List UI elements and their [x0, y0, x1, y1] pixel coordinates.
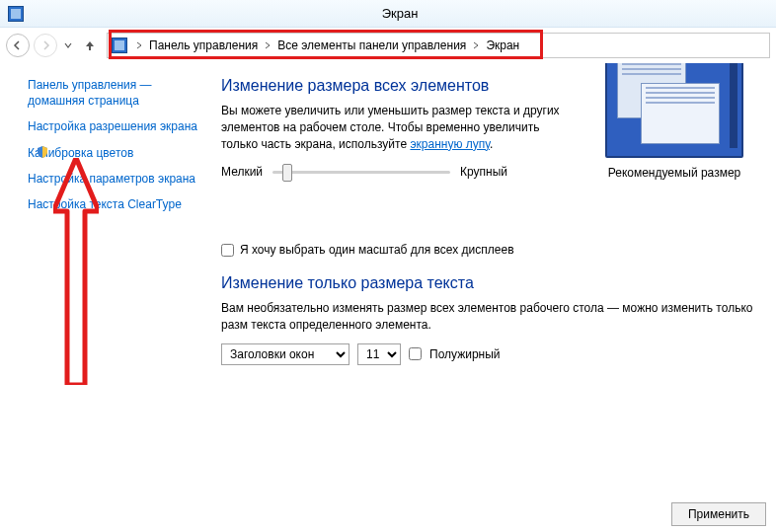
display-icon [8, 6, 24, 22]
chevron-down-icon [64, 41, 72, 49]
preview-image [605, 63, 743, 158]
breadcrumb-segment-all-items[interactable]: Все элементы панели управления [273, 34, 470, 57]
chevron-right-icon[interactable] [133, 41, 145, 49]
preview-caption: Рекомендуемый размер [590, 166, 758, 180]
size-slider-row: Мелкий Крупный [221, 162, 575, 182]
shield-icon [36, 145, 49, 159]
up-arrow-icon [83, 38, 97, 52]
preview-block: Рекомендуемый размер [590, 63, 758, 180]
sidebar-home-link[interactable]: Панель управления — домашняя страница [28, 77, 197, 109]
apply-button[interactable]: Применить [671, 502, 766, 526]
display-icon [112, 38, 127, 53]
breadcrumb[interactable]: Панель управления Все элементы панели уп… [107, 33, 770, 58]
element-select[interactable]: Заголовки окон [221, 343, 349, 365]
window-title: Экран [32, 6, 768, 21]
desc-text-size: Вам необязательно изменять размер всех э… [221, 300, 768, 334]
heading-text-size: Изменение только размера текста [221, 274, 768, 292]
forward-arrow-icon [40, 40, 50, 50]
content: Рекомендуемый размер Изменение размера в… [207, 63, 776, 532]
breadcrumb-segment-control-panel[interactable]: Панель управления [145, 34, 262, 57]
single-scale-label[interactable]: Я хочу выбрать один масштаб для всех дис… [240, 243, 514, 257]
sidebar: Панель управления — домашняя страница На… [0, 63, 207, 532]
single-scale-checkbox[interactable] [221, 244, 234, 257]
slider-min-label: Мелкий [221, 165, 263, 179]
single-scale-checkbox-row: Я хочу выбрать один масштаб для всех дис… [221, 243, 768, 257]
titlebar: Экран [0, 0, 776, 28]
sidebar-link-cleartype[interactable]: Настройка текста ClearType [28, 196, 197, 212]
back-arrow-icon [13, 40, 23, 50]
chevron-right-icon[interactable] [262, 41, 273, 49]
size-slider[interactable] [272, 162, 450, 182]
forward-button[interactable] [34, 34, 57, 57]
chevron-right-icon[interactable] [470, 41, 482, 49]
magnifier-link[interactable]: экранную лупу [410, 137, 490, 151]
sidebar-link-calibrate-colors[interactable]: Калибровка цветов [28, 145, 197, 161]
bold-checkbox[interactable] [409, 347, 422, 360]
footer: Применить [671, 502, 766, 526]
text-size-controls: Заголовки окон 11 Полужирный [221, 343, 768, 365]
font-size-select[interactable]: 11 [357, 343, 401, 365]
breadcrumb-segment-display[interactable]: Экран [482, 34, 523, 57]
nav-row: Панель управления Все элементы панели уп… [0, 28, 776, 63]
sidebar-link-display-settings[interactable]: Настройка параметров экрана [28, 171, 197, 187]
bold-label[interactable]: Полужирный [429, 347, 501, 361]
back-button[interactable] [6, 34, 30, 57]
slider-max-label: Крупный [460, 165, 507, 179]
sidebar-link-resolution[interactable]: Настройка разрешения экрана [28, 118, 197, 134]
up-button[interactable] [79, 35, 101, 56]
slider-thumb[interactable] [282, 164, 292, 182]
history-dropdown[interactable] [61, 34, 75, 57]
